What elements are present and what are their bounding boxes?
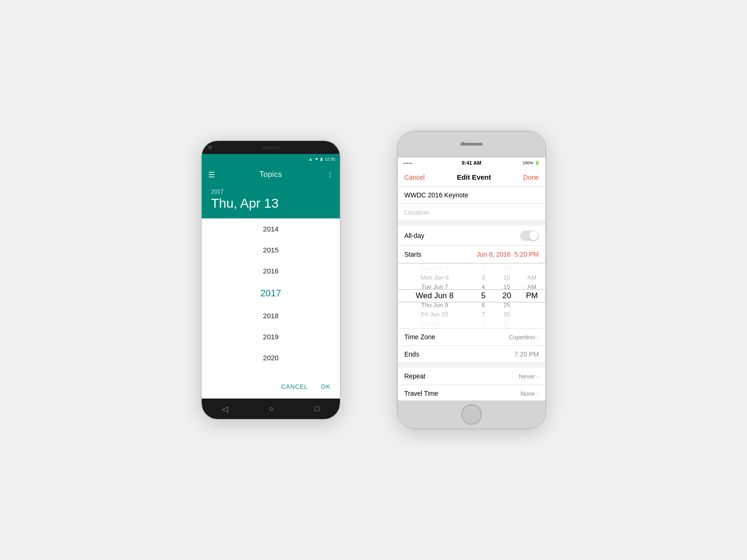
android-status-icons: ▲ ▼ ▮ 12:30: [309, 157, 335, 161]
ends-value: 7:20 PM: [514, 350, 539, 358]
repeat-right: Never ›: [519, 373, 539, 380]
more-icon[interactable]: ⋮: [327, 171, 333, 178]
starts-date: Jun 8, 2016: [477, 251, 511, 258]
cancel-button[interactable]: CANCEL: [279, 380, 310, 393]
picker-row: 8: [472, 319, 495, 328]
picker-row: Tue Jun 7: [398, 282, 472, 291]
datetime-picker[interactable]: Sun Jun 5 Mon Jun 6 Tue Jun 7 Wed Jun 8 …: [398, 263, 545, 329]
travel-row[interactable]: Travel Time None ›: [398, 385, 545, 400]
starts-time: 5:20 PM: [514, 251, 539, 258]
section-gap-1: [398, 221, 545, 226]
home-button[interactable]: [461, 404, 482, 425]
picker-row: [519, 310, 545, 319]
repeat-value: Never: [519, 373, 535, 380]
android-nav-bar: ◁ ○ □: [202, 399, 340, 419]
chevron-right-icon: ›: [537, 390, 539, 397]
event-title-row[interactable]: WWDC 2016 Keynote: [398, 187, 545, 204]
picker-row: AM: [519, 273, 545, 282]
android-date-header: 2017 Thu, Apr 13: [202, 185, 340, 218]
battery-icon: ▮: [320, 157, 323, 161]
picker-date-col: Sun Jun 5 Mon Jun 6 Tue Jun 7 Wed Jun 8 …: [398, 264, 472, 328]
ios-extra-section: Repeat Never › Travel Time None ›: [398, 368, 545, 400]
back-button[interactable]: ◁: [222, 405, 228, 413]
list-item[interactable]: 2016: [202, 260, 340, 281]
timezone-row[interactable]: Time Zone Cupertino ›: [398, 329, 545, 346]
android-phone: ▲ ▼ ▮ 12:30 ☰ Topics ⋮ 2017 Thu, Apr 13 …: [201, 140, 341, 420]
list-item[interactable]: 2018: [202, 305, 340, 326]
picker-row: [519, 264, 545, 273]
ios-status-bar: ••••• 9:41 AM 100% 🔋: [398, 158, 545, 168]
ends-row[interactable]: Ends 7:20 PM: [398, 346, 545, 363]
section-gap-2: [398, 363, 545, 368]
picker-row: 10: [495, 273, 518, 282]
picker-hour-col: 2 3 4 5 6 7 8: [472, 264, 495, 328]
starts-label: Starts: [404, 251, 422, 258]
recents-button[interactable]: □: [315, 405, 319, 413]
timezone-label: Time Zone: [404, 333, 435, 341]
repeat-row[interactable]: Repeat Never ›: [398, 368, 545, 385]
picker-row: Thu Jun 9: [398, 301, 472, 310]
timezone-right: Cupertino ›: [509, 334, 539, 341]
ios-phone: ••••• 9:41 AM 100% 🔋 Cancel Edit Event D…: [397, 131, 546, 429]
list-item-selected[interactable]: 2017: [202, 281, 340, 305]
ios-top-hardware: [398, 132, 545, 158]
timezone-value: Cupertino: [509, 334, 535, 341]
picker-row: 6: [472, 301, 495, 310]
date-year: 2017: [211, 189, 331, 195]
hamburger-icon[interactable]: ☰: [208, 170, 215, 179]
front-camera-android: [208, 146, 212, 149]
ios-content: WWDC 2016 Keynote Location All-day Start…: [398, 187, 545, 400]
picker-row: Mon Jun 6: [398, 273, 472, 282]
travel-right: None ›: [521, 390, 539, 397]
ios-event-section: WWDC 2016 Keynote Location: [398, 187, 545, 221]
ios-screen: ••••• 9:41 AM 100% 🔋 Cancel Edit Event D…: [398, 158, 545, 400]
ear-speaker-android: [261, 147, 280, 149]
list-item[interactable]: 2019: [202, 326, 340, 347]
picker-row-selected: PM: [519, 291, 545, 301]
picker-row: 30: [495, 310, 518, 319]
picker-row: 3: [472, 273, 495, 282]
picker-row: 25: [495, 301, 518, 310]
picker-row: 2: [472, 264, 495, 273]
picker-row: AM: [519, 282, 545, 291]
list-item[interactable]: 2014: [202, 218, 340, 239]
year-list: 2014 2015 2016 2017 2018 2019 2020: [202, 218, 340, 377]
chevron-right-icon: ›: [537, 334, 539, 340]
ios-cancel-button[interactable]: Cancel: [404, 174, 425, 181]
android-toolbar: ☰ Topics ⋮: [202, 164, 340, 185]
all-day-label: All-day: [404, 232, 424, 239]
all-day-toggle[interactable]: [520, 231, 539, 241]
picker-row: Fri Jun 10: [398, 310, 472, 319]
signal-icon: ▼: [315, 157, 319, 161]
chevron-right-icon: ›: [537, 373, 539, 379]
starts-row[interactable]: Starts Jun 8, 2016 5:20 PM: [398, 246, 545, 263]
home-button[interactable]: ○: [269, 405, 274, 413]
ios-done-button[interactable]: Done: [523, 174, 539, 181]
wifi-icon: ▲: [309, 157, 313, 161]
status-time: 12:30: [324, 157, 335, 161]
status-time: 9:41 AM: [462, 160, 481, 166]
event-location-row[interactable]: Location: [398, 204, 545, 221]
dialog-actions: CANCEL OK: [202, 377, 340, 399]
travel-value: None: [521, 390, 535, 397]
ios-datetime-section: All-day Starts Jun 8, 2016 5:20 PM: [398, 226, 545, 363]
picker-ampm-col: AM AM PM: [519, 264, 545, 328]
toggle-thumb: [529, 231, 538, 240]
repeat-label: Repeat: [404, 372, 425, 380]
picker-row: [519, 301, 545, 310]
picker-row: Sat Jun 11: [398, 319, 472, 328]
picker-row: [519, 319, 545, 328]
list-item[interactable]: 2015: [202, 239, 340, 260]
android-status-bar: ▲ ▼ ▮ 12:30: [202, 154, 340, 164]
picker-row-selected: Wed Jun 8: [398, 291, 472, 301]
picker-row-selected: 20: [495, 291, 518, 301]
toolbar-title: Topics: [260, 170, 282, 179]
list-item[interactable]: 2020: [202, 347, 340, 368]
battery-indicator: 100% 🔋: [522, 161, 540, 165]
picker-row: 35: [495, 319, 518, 328]
ios-nav-title: Edit Event: [457, 173, 491, 181]
ios-home-area: [398, 400, 545, 428]
date-main: Thu, Apr 13: [211, 196, 331, 211]
ios-nav-bar: Cancel Edit Event Done: [398, 168, 545, 187]
ok-button[interactable]: OK: [319, 380, 332, 393]
